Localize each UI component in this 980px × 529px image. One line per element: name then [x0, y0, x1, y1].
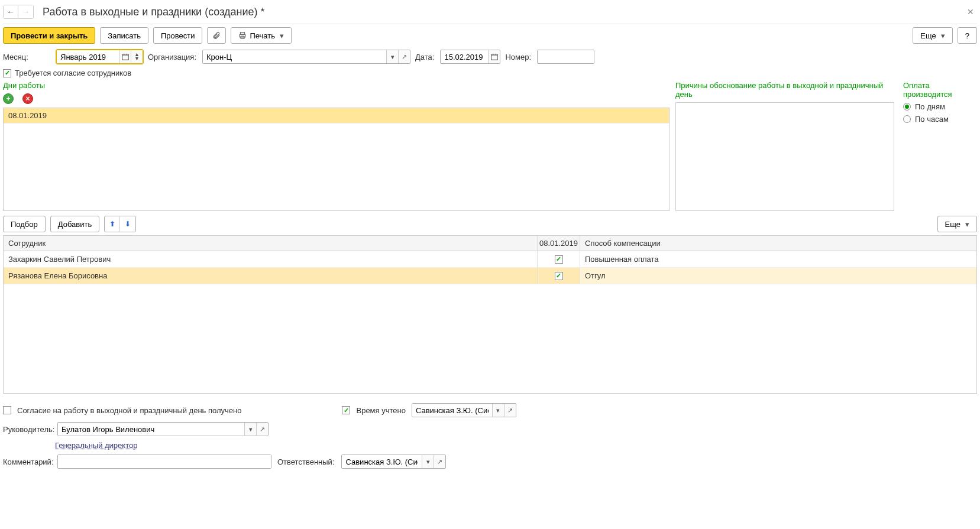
calendar-icon[interactable] [488, 50, 500, 63]
page-title: Работа в выходные и праздники (создание)… [43, 6, 265, 18]
print-button[interactable]: Печать [231, 27, 292, 44]
table-row[interactable]: Рязанова Елена Борисовна Отгул [4, 268, 976, 284]
payment-section: Оплата производится По дням По часам [900, 79, 977, 211]
open-icon[interactable]: ↗ [398, 50, 410, 63]
list-item[interactable]: 08.01.2019 [4, 108, 669, 124]
attach-button[interactable] [207, 27, 226, 44]
date-input[interactable] [441, 50, 488, 63]
month-input[interactable] [57, 50, 119, 63]
print-label: Печать [250, 31, 275, 40]
by-days-label: По дням [915, 102, 945, 111]
post-button[interactable]: Провести [153, 27, 203, 44]
employee-table: Сотрудник 08.01.2019 Способ компенсации … [3, 235, 977, 394]
nav-forward-button[interactable]: → [18, 5, 33, 18]
responsible-field: ▾ ↗ [341, 455, 446, 469]
comment-field [57, 455, 271, 469]
dropdown-icon[interactable]: ▾ [422, 455, 434, 468]
work-days-title: Дни работы [3, 79, 669, 92]
table-header: Сотрудник 08.01.2019 Способ компенсации [4, 236, 976, 251]
by-days-radio[interactable] [903, 103, 911, 111]
add-employee-button[interactable]: Добавить [50, 216, 99, 232]
paperclip-icon [212, 31, 221, 40]
table-row[interactable]: Захаркин Савелий Петрович Повышенная опл… [4, 251, 976, 268]
time-accounted-label: Время учтено [356, 406, 405, 415]
employee-comp-cell: Повышенная оплата [580, 251, 976, 267]
consent-received-checkbox[interactable] [3, 406, 11, 414]
manager-field: ▾ ↗ [57, 422, 269, 436]
by-hours-label: По часам [915, 115, 949, 124]
comment-input[interactable] [58, 455, 271, 468]
col-header-date[interactable]: 08.01.2019 [538, 236, 580, 251]
responsible-label: Ответственный: [277, 457, 334, 466]
comment-row: Комментарий: Ответственный: ▾ ↗ [3, 452, 977, 471]
consent-received-label: Согласие на работу в выходной и празднич… [17, 406, 241, 415]
responsible-input[interactable] [342, 455, 422, 468]
payment-by-days-row: По дням [903, 100, 977, 113]
delete-day-button[interactable]: × [22, 93, 33, 104]
save-button[interactable]: Записать [100, 27, 148, 44]
move-up-button[interactable]: ⬆ [105, 216, 120, 232]
org-label: Организация: [148, 53, 196, 61]
open-icon[interactable]: ↗ [434, 455, 445, 468]
form-fields-row: Месяц: ▲▼ Организация: ▾ ↗ Дата: Номер: [3, 47, 977, 67]
consent-required-checkbox[interactable] [3, 69, 11, 77]
header-row: ← → Работа в выходные и праздники (созда… [3, 3, 977, 24]
month-field: ▲▼ [56, 50, 143, 64]
spinner-icon[interactable]: ▲▼ [131, 50, 143, 63]
employee-more-button[interactable]: Еще [937, 216, 977, 232]
open-icon[interactable]: ↗ [256, 423, 268, 436]
number-label: Номер: [505, 53, 531, 61]
time-accounted-checkbox[interactable] [342, 406, 350, 414]
date-checkbox[interactable] [555, 272, 563, 280]
number-input[interactable] [538, 50, 594, 63]
col-header-employee[interactable]: Сотрудник [4, 236, 538, 251]
col-header-compensation[interactable]: Способ компенсации [580, 236, 976, 251]
more-button[interactable]: Еще [913, 27, 952, 44]
manager-position-link[interactable]: Генеральный директор [55, 441, 137, 450]
consent-required-row: Требуется согласие сотрудников [3, 67, 977, 79]
payment-title: Оплата производится [903, 79, 977, 100]
bottom-section: Согласие на работу в выходной и празднич… [3, 394, 977, 471]
arrow-right-icon: → [22, 7, 30, 17]
employee-toolbar: Подбор Добавить ⬆ ⬇ Еще [3, 211, 977, 235]
dropdown-icon[interactable]: ▾ [244, 423, 256, 436]
payment-by-hours-row: По часам [903, 113, 977, 125]
date-checkbox[interactable] [555, 255, 563, 264]
days-list[interactable]: 08.01.2019 [3, 108, 669, 211]
date-label: Дата: [415, 53, 434, 61]
main-toolbar: Провести и закрыть Записать Провести Печ… [3, 24, 977, 47]
pick-button[interactable]: Подбор [3, 216, 46, 232]
nav-back-button[interactable]: ← [4, 5, 18, 18]
employee-date-cell [538, 251, 580, 267]
open-icon[interactable]: ↗ [504, 404, 516, 417]
manager-input[interactable] [58, 423, 244, 436]
employee-date-cell [538, 268, 580, 284]
post-and-close-button[interactable]: Провести и закрыть [3, 27, 95, 44]
svg-rect-4 [491, 54, 498, 60]
manager-position-row: Генеральный директор [3, 439, 977, 452]
calendar-icon[interactable] [119, 50, 131, 63]
reasons-textarea[interactable] [675, 102, 894, 211]
by-hours-radio[interactable] [903, 115, 911, 123]
accountant-field: ▾ ↗ [412, 403, 516, 417]
table-body: Захаркин Савелий Петрович Повышенная опл… [4, 251, 976, 393]
manager-row: Руководитель: ▾ ↗ [3, 420, 977, 439]
main-area: Дни работы + × 08.01.2019 Причины обосно… [3, 79, 977, 211]
arrow-left-icon: ← [7, 7, 15, 17]
add-day-button[interactable]: + [3, 93, 14, 104]
employee-name-cell: Захаркин Савелий Петрович [4, 251, 538, 267]
org-field: ▾ ↗ [202, 50, 410, 64]
dropdown-icon[interactable]: ▾ [492, 404, 504, 417]
month-label: Месяц: [3, 53, 50, 61]
accountant-input[interactable] [412, 404, 492, 417]
svg-rect-3 [122, 54, 128, 60]
printer-icon [238, 31, 247, 40]
org-input[interactable] [203, 50, 386, 63]
consent-time-row: Согласие на работу в выходной и празднич… [3, 401, 977, 420]
dropdown-icon[interactable]: ▾ [386, 50, 398, 63]
date-field [440, 50, 500, 64]
move-down-button[interactable]: ⬇ [120, 216, 135, 232]
help-button[interactable]: ? [958, 27, 977, 44]
work-days-section: Дни работы + × 08.01.2019 [3, 79, 669, 211]
close-button[interactable]: ✕ [964, 7, 977, 17]
